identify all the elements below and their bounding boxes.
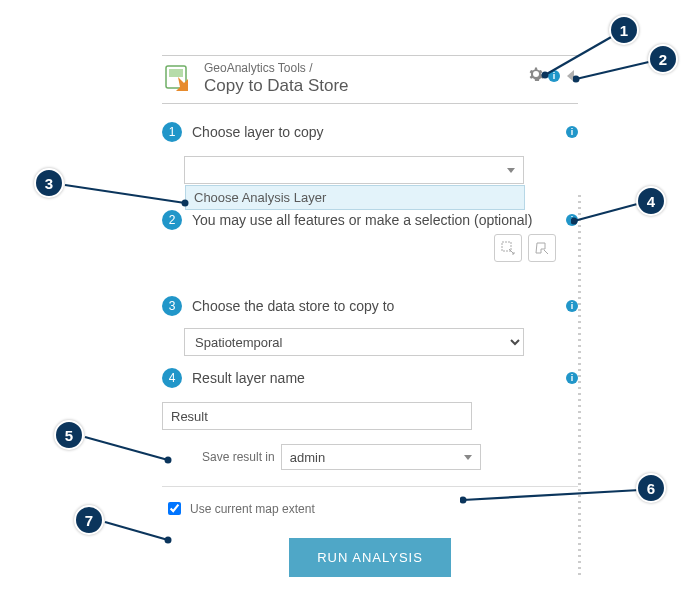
info-icon[interactable]: i [566, 214, 578, 226]
info-icon[interactable]: i [566, 372, 578, 384]
step-1-label: Choose layer to copy [192, 124, 566, 140]
run-analysis-button[interactable]: RUN ANALYSIS [289, 538, 451, 577]
panel-header: GeoAnalytics Tools / Copy to Data Store … [162, 55, 578, 104]
scrollbar-track [578, 195, 581, 575]
divider [162, 486, 578, 487]
callout-1: 1 [609, 15, 639, 45]
select-lasso-button[interactable] [528, 234, 556, 262]
info-icon[interactable]: i [566, 300, 578, 312]
step-4-label: Result layer name [192, 370, 566, 386]
svg-line-11 [85, 437, 168, 460]
select-rectangle-button[interactable] [494, 234, 522, 262]
step-3-label: Choose the data store to copy to [192, 298, 566, 314]
callout-2: 2 [648, 44, 678, 74]
layer-dropdown-option[interactable]: Choose Analysis Layer [185, 185, 525, 210]
callout-7: 7 [74, 505, 104, 535]
header-info-icon[interactable]: i [548, 70, 560, 82]
breadcrumb[interactable]: GeoAnalytics Tools / [204, 62, 349, 76]
info-icon[interactable]: i [566, 126, 578, 138]
step-2-label: You may use all features or make a selec… [192, 212, 566, 228]
gear-icon[interactable] [528, 66, 544, 86]
svg-line-15 [105, 522, 168, 540]
step-badge-4: 4 [162, 368, 182, 388]
svg-rect-1 [169, 69, 183, 77]
back-chevron-icon[interactable] [567, 70, 574, 82]
page-title: Copy to Data Store [204, 76, 349, 96]
layer-dropdown[interactable]: Choose Analysis Layer [184, 156, 524, 184]
callout-5: 5 [54, 420, 84, 450]
use-extent-checkbox[interactable] [168, 502, 181, 515]
callout-6: 6 [636, 473, 666, 503]
result-name-input[interactable] [162, 402, 472, 430]
datastore-select[interactable]: Spatiotemporal [184, 328, 524, 356]
svg-line-5 [576, 61, 653, 79]
step-badge-1: 1 [162, 122, 182, 142]
tool-icon [162, 63, 194, 95]
callout-3: 3 [34, 168, 64, 198]
save-folder-dropdown[interactable]: admin [281, 444, 481, 470]
svg-line-9 [574, 203, 641, 221]
save-in-label: Save result in [202, 450, 275, 464]
use-extent-label: Use current map extent [190, 502, 315, 516]
step-badge-3: 3 [162, 296, 182, 316]
save-folder-value: admin [290, 450, 325, 465]
callout-4: 4 [636, 186, 666, 216]
step-badge-2: 2 [162, 210, 182, 230]
